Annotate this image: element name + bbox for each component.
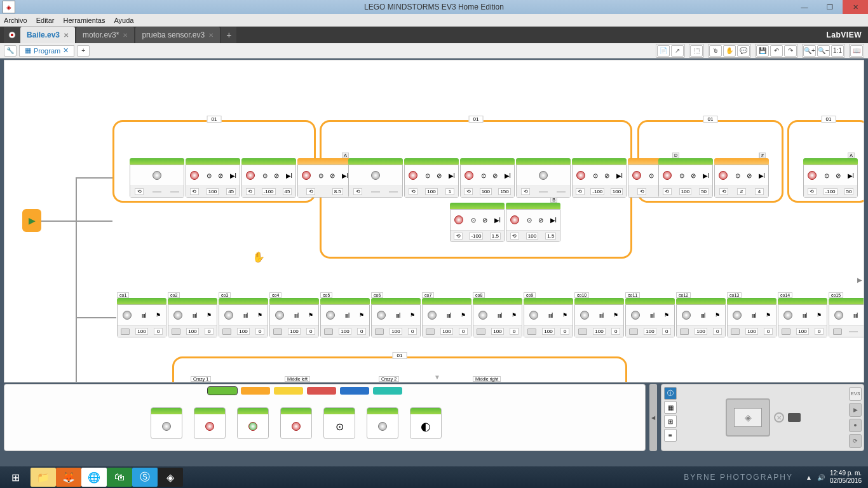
- program-block[interactable]: co13ıııl⚑1000: [727, 298, 776, 337]
- value[interactable]: 100: [390, 328, 402, 335]
- value[interactable]: 0: [764, 328, 773, 335]
- program-block[interactable]: co15ıııl⚑: [829, 298, 864, 337]
- program-block[interactable]: Crazy 2▦✎xy: [379, 382, 424, 383]
- value[interactable]: 100: [480, 188, 492, 195]
- program-block[interactable]: A⊙⊘▶I⟲-10045: [241, 158, 296, 198]
- palette-collapse-handle[interactable]: ◀: [649, 384, 657, 451]
- value[interactable]: 100: [440, 328, 452, 335]
- program-block[interactable]: ⊙⊘▶I⟲8.5: [297, 158, 352, 198]
- value[interactable]: 0: [408, 328, 417, 335]
- program-block[interactable]: co11ıııl⚑1000: [625, 298, 675, 337]
- value[interactable]: 100: [288, 328, 300, 335]
- program-block[interactable]: co14ıııl⚑1000: [778, 298, 827, 337]
- palette-block[interactable]: [151, 407, 182, 439]
- project-tab[interactable]: prueba sensor.ev3✕: [135, 27, 220, 43]
- value[interactable]: 0: [357, 328, 366, 335]
- value[interactable]: -100: [262, 188, 276, 195]
- folder-icon[interactable]: [121, 329, 130, 335]
- folder-icon[interactable]: [680, 329, 689, 335]
- value[interactable]: 150: [498, 188, 510, 195]
- tab-close-icon[interactable]: ✕: [123, 32, 128, 39]
- toolbar-button[interactable]: ⬚: [690, 45, 703, 57]
- brick-tab[interactable]: ⓘ: [664, 387, 677, 400]
- value[interactable]: -100: [824, 188, 837, 195]
- folder-icon[interactable]: [324, 329, 333, 335]
- program-block[interactable]: co3ıııl⚑1000: [219, 298, 268, 337]
- palette-tab[interactable]: [241, 387, 270, 395]
- palette-tab[interactable]: [274, 387, 303, 395]
- folder-icon[interactable]: [477, 329, 485, 335]
- properties-button[interactable]: 🔧: [4, 45, 17, 57]
- mode-icon[interactable]: ⟲: [808, 188, 817, 195]
- program-block[interactable]: co7ıııl⚑1000: [422, 298, 471, 337]
- palette-block[interactable]: [280, 407, 312, 439]
- folder-icon[interactable]: [172, 329, 180, 335]
- run-button[interactable]: ●: [849, 419, 862, 433]
- toolbar-button[interactable]: 🖱: [709, 45, 722, 57]
- value[interactable]: 100: [491, 328, 503, 335]
- brick-tab[interactable]: ≡: [664, 429, 677, 442]
- folder-icon[interactable]: [782, 329, 790, 335]
- toolbar-button[interactable]: 1:1: [831, 45, 844, 57]
- brick-tab[interactable]: ⊞: [664, 415, 677, 428]
- port-label[interactable]: B: [550, 197, 557, 203]
- program-block[interactable]: co8ıııl⚑1000: [473, 298, 522, 337]
- program-block[interactable]: ▦✎0.1: [332, 382, 377, 383]
- program-block[interactable]: A⊙⊘▶I⟲10045: [186, 158, 240, 198]
- folder-icon[interactable]: [578, 329, 587, 335]
- value[interactable]: [371, 191, 380, 193]
- port-label[interactable]: A: [848, 152, 855, 158]
- value[interactable]: 100: [695, 328, 707, 335]
- program-block[interactable]: B⊙⊘▶I⟲1001.5: [506, 203, 560, 242]
- palette-tab[interactable]: [307, 387, 336, 395]
- menu-ayuda[interactable]: Ayuda: [114, 17, 133, 24]
- program-block[interactable]: co10ıııl⚑1000: [574, 298, 624, 337]
- program-block[interactable]: co2ıııl⚑1000: [168, 298, 217, 337]
- folder-icon[interactable]: [731, 329, 740, 335]
- value[interactable]: 100: [135, 328, 147, 335]
- mode-icon[interactable]: ⟲: [719, 188, 728, 195]
- palette-block[interactable]: [367, 407, 398, 439]
- program-block[interactable]: A⊙⊘▶I⟲10050: [658, 158, 713, 198]
- program-block[interactable]: ▦✎0.1: [238, 382, 283, 383]
- taskbar-app[interactable]: 🌐: [81, 468, 107, 487]
- canvas[interactable]: ✋ ▶ ▼ 0101010101⟲A⊙⊘▶I⟲10045A⊙⊘▶I⟲-10045…: [4, 60, 864, 383]
- program-block[interactable]: D⊙⊘▶I⟲1001: [404, 158, 459, 198]
- mode-icon[interactable]: ⟲: [521, 188, 530, 195]
- value[interactable]: 100: [745, 328, 757, 335]
- value[interactable]: 1.5: [490, 233, 501, 240]
- value[interactable]: 1.5: [545, 233, 556, 240]
- home-tab[interactable]: [4, 27, 20, 43]
- palette-block[interactable]: ⊙: [323, 407, 355, 439]
- value[interactable]: 100: [644, 328, 656, 335]
- palette-block[interactable]: [194, 407, 226, 439]
- mode-icon[interactable]: ⟲: [454, 233, 463, 240]
- program-block[interactable]: Middle left▦✎xy: [285, 382, 330, 383]
- toolbar-button[interactable]: ↶: [770, 45, 783, 57]
- project-tab[interactable]: Baile.ev3✕: [20, 27, 75, 43]
- value[interactable]: 0: [611, 328, 620, 335]
- value[interactable]: 100: [526, 233, 538, 240]
- program-block[interactable]: Crazy 1▦✎xy: [191, 382, 236, 383]
- palette-block[interactable]: ◐: [410, 407, 442, 439]
- loop-block[interactable]: 01: [172, 356, 627, 383]
- value[interactable]: 100: [186, 328, 198, 335]
- brick-tab[interactable]: ▦: [664, 401, 677, 414]
- mode-icon[interactable]: ⟲: [190, 188, 199, 195]
- taskbar-app[interactable]: 📁: [31, 468, 56, 487]
- project-tab[interactable]: motor.ev3*✕: [76, 27, 134, 43]
- toolbar-button[interactable]: 🔍+: [803, 45, 816, 57]
- value[interactable]: -100: [590, 188, 604, 195]
- value[interactable]: 0: [154, 328, 163, 335]
- program-block[interactable]: co6ıııl⚑1000: [371, 298, 421, 337]
- program-block[interactable]: D⊙⊘▶I⟲-100100: [572, 158, 627, 198]
- folder-icon[interactable]: [273, 329, 282, 335]
- value[interactable]: [849, 331, 858, 332]
- value[interactable]: [539, 191, 548, 193]
- start-button[interactable]: ⊞: [3, 468, 28, 487]
- value[interactable]: 8.5: [332, 188, 343, 195]
- value[interactable]: 0: [815, 328, 824, 335]
- value[interactable]: 100: [542, 328, 554, 335]
- value[interactable]: 100: [611, 188, 623, 195]
- close-button[interactable]: ✕: [843, 0, 868, 14]
